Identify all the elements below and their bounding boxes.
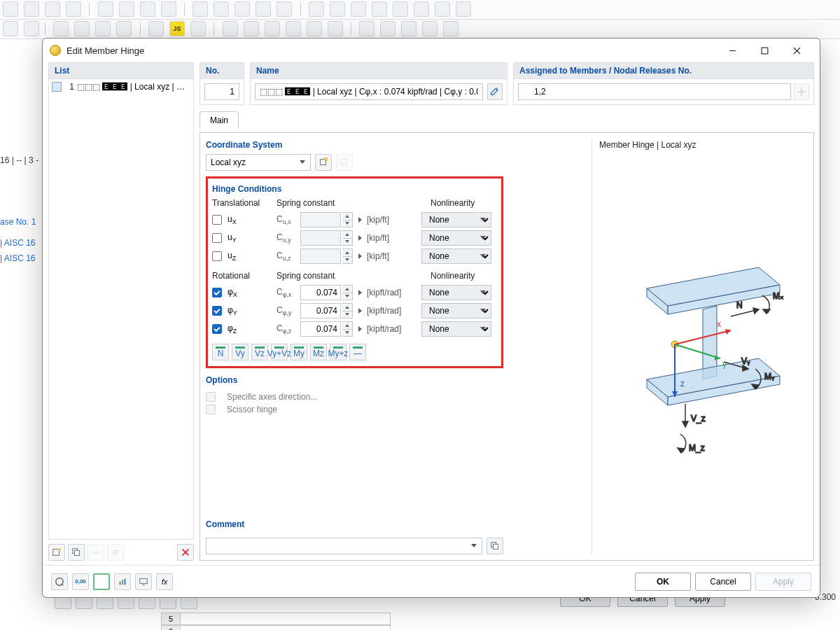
- unit-phiz: [kipft/rad]: [367, 324, 417, 334]
- row-uz: uZ Cu,z [kip/ft] None: [212, 247, 497, 265]
- preset-vy[interactable]: Vy: [232, 344, 248, 360]
- cu-z-label: Cu,z: [276, 251, 300, 262]
- chk-uz[interactable]: [212, 251, 222, 261]
- ux-dn[interactable]: [342, 220, 352, 227]
- svg-marker-46: [678, 448, 685, 453]
- svg-text:Mᵧ: Mᵧ: [764, 372, 775, 382]
- coord-system-select[interactable]: Local xyz: [206, 154, 311, 171]
- uy-up[interactable]: [342, 231, 352, 238]
- unit-ux: [kip/ft]: [367, 215, 417, 225]
- chk-uy[interactable]: [212, 233, 222, 243]
- comment-lib-button[interactable]: [486, 538, 503, 554]
- uy-dn[interactable]: [342, 238, 352, 246]
- nl-phiy[interactable]: None: [421, 303, 491, 318]
- new-item-button[interactable]: [48, 544, 65, 561]
- svg-rect-50: [120, 582, 121, 584]
- phix-dn[interactable]: [342, 293, 352, 300]
- opt-axes-label: Specific axes direction...: [227, 392, 317, 402]
- preset-my[interactable]: My: [290, 344, 307, 360]
- phiz-up[interactable]: [342, 322, 352, 329]
- uz-go[interactable]: [356, 248, 364, 264]
- input-uy: [300, 230, 341, 246]
- copy-item-button[interactable]: [68, 544, 85, 561]
- svg-marker-44: [682, 421, 688, 427]
- bg-toolbar-row1: [0, 0, 840, 20]
- uy-go[interactable]: [356, 230, 364, 246]
- svg-rect-15: [493, 544, 498, 549]
- nl-ux[interactable]: None: [421, 212, 491, 227]
- screen-button[interactable]: [135, 573, 152, 590]
- assigned-members-input[interactable]: [518, 83, 791, 100]
- ux-up[interactable]: [342, 213, 352, 220]
- ux-go[interactable]: [356, 212, 364, 227]
- apply-button: Apply: [755, 573, 811, 591]
- minimize-button[interactable]: [716, 40, 748, 61]
- nl-uz[interactable]: None: [421, 248, 491, 264]
- input-phiz[interactable]: [300, 321, 341, 337]
- spring-header-1: Spring constant: [276, 198, 430, 208]
- phix-go[interactable]: [356, 285, 364, 300]
- chk-phiy[interactable]: [212, 306, 222, 316]
- nl-phiz[interactable]: None: [421, 321, 491, 337]
- trans-header: Translational: [212, 198, 276, 208]
- input-phiy[interactable]: [300, 303, 341, 318]
- svg-rect-4: [53, 550, 59, 556]
- preview-canvas: x y z N Mₓ: [598, 155, 808, 554]
- label-uy: uY: [227, 232, 276, 244]
- input-ux: [300, 212, 341, 227]
- phiy-up[interactable]: [342, 304, 352, 311]
- uz-up[interactable]: [342, 249, 352, 256]
- phiz-dn[interactable]: [342, 329, 352, 337]
- hinge-preview-graphic: x y z N Mₓ: [598, 246, 808, 463]
- help-button[interactable]: [51, 573, 68, 590]
- bg-rowhdr-5: 5: [161, 612, 181, 625]
- tab-main[interactable]: Main: [200, 111, 239, 129]
- svg-marker-25: [725, 329, 731, 335]
- maximize-button[interactable]: [748, 40, 780, 61]
- chk-phiz[interactable]: [212, 324, 222, 334]
- edit-member-hinge-dialog: Edit Member Hinge List 1 ⬚⬚⬚ 🅴🅴🅴 | Local…: [42, 38, 820, 598]
- edit-coord-button: [336, 154, 353, 171]
- pick-members-button[interactable]: [794, 83, 809, 100]
- nl-uy[interactable]: None: [421, 230, 491, 246]
- bg-rowhdr-6: 6: [161, 625, 181, 630]
- cancel-button[interactable]: Cancel: [695, 573, 751, 591]
- preset-myz[interactable]: My+z: [330, 344, 346, 360]
- hinge-name-input[interactable]: [255, 83, 483, 100]
- svg-rect-1: [762, 48, 768, 54]
- uz-dn[interactable]: [342, 256, 352, 264]
- preset-n[interactable]: N: [212, 344, 229, 360]
- delete-item-button[interactable]: [177, 544, 194, 561]
- unit-phix: [kipft/rad]: [367, 288, 417, 298]
- preset-mz[interactable]: Mz: [310, 344, 327, 360]
- fx-button[interactable]: fx: [156, 573, 173, 590]
- phiy-dn[interactable]: [342, 311, 352, 318]
- chk-phix[interactable]: [212, 288, 222, 298]
- cu-y-label: Cu,y: [276, 232, 300, 244]
- row-ux: uX Cu,x [kip/ft] None: [212, 211, 497, 229]
- nl-phix[interactable]: None: [421, 285, 491, 300]
- edit-name-button[interactable]: [487, 83, 503, 100]
- input-phix[interactable]: [300, 285, 341, 300]
- new-coord-button[interactable]: [315, 154, 332, 171]
- chk-ux[interactable]: [212, 215, 222, 225]
- phiz-go[interactable]: [356, 321, 364, 337]
- units-button[interactable]: 0,00: [72, 573, 89, 590]
- close-button[interactable]: [780, 40, 813, 61]
- phix-up[interactable]: [342, 286, 352, 293]
- list-toolbar: [48, 544, 194, 561]
- list-item[interactable]: 1 ⬚⬚⬚ 🅴🅴🅴 | Local xyz | Cφ,x : 0.: [49, 79, 193, 94]
- phiy-go[interactable]: [356, 303, 364, 318]
- app-icon: [50, 45, 61, 56]
- row-phiy: φY Cφ,y [kipft/rad] None: [212, 302, 497, 320]
- preset-clear[interactable]: —: [349, 344, 366, 360]
- preset-vz[interactable]: Vz: [251, 344, 268, 360]
- preset-vyvz[interactable]: Vy+Vz: [271, 344, 288, 360]
- hinge-no-input[interactable]: [204, 83, 239, 100]
- chart-button[interactable]: [114, 573, 131, 590]
- ok-button[interactable]: OK: [635, 573, 691, 591]
- btn-disabled-2: [107, 544, 124, 561]
- bg-left-context: 16 | -- | 3 -: [0, 155, 38, 165]
- color-button[interactable]: [93, 573, 110, 590]
- comment-select[interactable]: [206, 538, 482, 554]
